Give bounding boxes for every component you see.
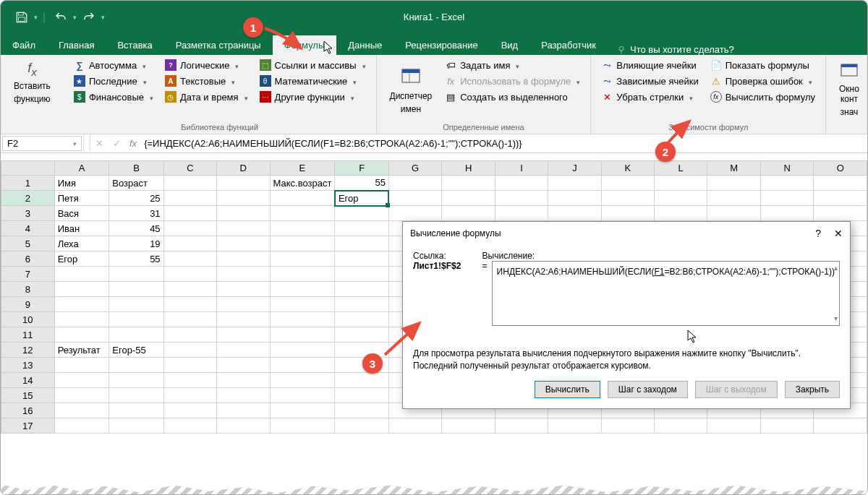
cell-F17[interactable] — [335, 418, 389, 434]
name-manager-button[interactable]: Диспетчеримен — [384, 58, 438, 121]
cell-A1[interactable]: Имя — [54, 176, 109, 191]
cell-D16[interactable] — [217, 403, 270, 418]
error-check-button[interactable]: ⚠Проверка ошибок — [707, 74, 818, 88]
cell-E9[interactable] — [270, 297, 335, 312]
cell-E4[interactable] — [270, 221, 335, 236]
insert-function-button[interactable]: fx Вставить функцию — [8, 58, 56, 107]
tell-me-search[interactable]: Что вы хотите сделать? — [608, 44, 743, 55]
cell-A13[interactable] — [54, 358, 109, 373]
cell-B13[interactable] — [109, 358, 163, 373]
cell-C12[interactable] — [163, 343, 216, 358]
evaluate-button[interactable]: Вычислить — [535, 381, 600, 398]
cell-J1[interactable] — [548, 176, 601, 191]
cell-A7[interactable] — [54, 267, 109, 282]
cell-N2[interactable] — [760, 191, 813, 206]
cell-F16[interactable] — [335, 403, 389, 418]
cell-D11[interactable] — [217, 327, 270, 343]
cell-B9[interactable] — [109, 297, 163, 312]
cell-D15[interactable] — [217, 388, 270, 403]
cell-O17[interactable] — [814, 418, 867, 434]
cell-B5[interactable]: 19 — [109, 236, 163, 251]
tab-view[interactable]: Вид — [490, 35, 530, 55]
cell-C1[interactable] — [163, 176, 216, 191]
cell-G17[interactable] — [388, 418, 441, 434]
evaluation-box[interactable]: ИНДЕКС(A2:A6;НАИМЕНЬШИЙ(ЕСЛИ(F1=B2:B6;СТ… — [492, 261, 840, 326]
cell-A6[interactable]: Егор — [54, 251, 109, 267]
cell-E7[interactable] — [270, 267, 335, 282]
text-button[interactable]: AТекстовые — [162, 74, 251, 88]
cell-B14[interactable] — [109, 373, 163, 388]
cell-D8[interactable] — [217, 282, 270, 297]
cell-A2[interactable]: Петя — [54, 191, 109, 206]
datetime-button[interactable]: ◷Дата и время — [162, 90, 251, 104]
cell-C14[interactable] — [163, 373, 216, 388]
cell-B4[interactable]: 45 — [109, 221, 163, 236]
cell-C13[interactable] — [163, 358, 216, 373]
cell-A12[interactable]: Результат — [54, 343, 109, 358]
cell-G2[interactable] — [388, 191, 441, 206]
cell-M3[interactable] — [707, 206, 761, 221]
cell-B10[interactable] — [109, 312, 163, 327]
cell-C16[interactable] — [163, 403, 216, 418]
cell-K1[interactable] — [601, 176, 654, 191]
cell-E2[interactable] — [270, 191, 335, 206]
cell-L17[interactable] — [655, 418, 707, 434]
cell-A11[interactable] — [54, 327, 109, 343]
tab-developer[interactable]: Разработчик — [529, 35, 608, 55]
more-functions-button[interactable]: ⋯Другие функции — [257, 90, 369, 104]
fx-button[interactable]: fx — [125, 138, 141, 149]
cell-O2[interactable] — [814, 191, 867, 206]
tab-insert[interactable]: Вставка — [106, 35, 163, 55]
cell-B6[interactable]: 55 — [109, 251, 163, 267]
cell-F7[interactable] — [335, 267, 389, 282]
undo-icon[interactable] — [51, 7, 71, 27]
cell-C7[interactable] — [163, 267, 216, 282]
cell-I2[interactable] — [495, 191, 548, 206]
cell-K3[interactable] — [601, 206, 654, 221]
cell-C2[interactable] — [163, 191, 216, 206]
cell-J17[interactable] — [548, 418, 601, 434]
cell-E16[interactable] — [270, 403, 335, 418]
cell-C9[interactable] — [163, 297, 216, 312]
cell-I17[interactable] — [495, 418, 548, 434]
cell-M17[interactable] — [707, 418, 761, 434]
cell-F3[interactable] — [335, 206, 389, 221]
cell-C6[interactable] — [163, 251, 216, 267]
cell-D10[interactable] — [217, 312, 270, 327]
cell-L2[interactable] — [655, 191, 707, 206]
cell-G3[interactable] — [388, 206, 441, 221]
cell-G1[interactable] — [388, 176, 441, 191]
step-in-button[interactable]: Шаг с заходом — [608, 381, 688, 398]
redo-icon[interactable] — [79, 7, 99, 27]
cell-C10[interactable] — [163, 312, 216, 327]
cell-E3[interactable] — [270, 206, 335, 221]
cell-B12[interactable]: Егор-55 — [109, 343, 163, 358]
cell-E10[interactable] — [270, 312, 335, 327]
cell-C3[interactable] — [163, 206, 216, 221]
cell-D1[interactable] — [217, 176, 270, 191]
cell-F8[interactable] — [335, 282, 389, 297]
scroll-down-icon[interactable]: ▾ — [834, 314, 838, 324]
scroll-up-icon[interactable]: ▴ — [834, 263, 838, 273]
cell-E11[interactable] — [270, 327, 335, 343]
help-icon[interactable]: ? — [815, 228, 821, 239]
cell-F2[interactable]: Егор — [335, 191, 389, 206]
cell-A9[interactable] — [54, 297, 109, 312]
cell-D17[interactable] — [217, 418, 270, 434]
cell-E12[interactable] — [270, 343, 335, 358]
tab-data[interactable]: Данные — [336, 35, 393, 55]
math-button[interactable]: θМатематические — [257, 74, 369, 88]
create-from-selection-button[interactable]: ▤Создать из выделенного — [442, 90, 583, 104]
lookup-button[interactable]: ⬚Ссылки и массивы — [257, 58, 369, 72]
cell-B1[interactable]: Возраст — [109, 176, 163, 191]
cell-B3[interactable]: 31 — [109, 206, 163, 221]
cell-E5[interactable] — [270, 236, 335, 251]
cell-E15[interactable] — [270, 388, 335, 403]
cell-L1[interactable] — [655, 176, 707, 191]
show-formulas-button[interactable]: 📄Показать формулы — [707, 58, 818, 72]
cell-N1[interactable] — [760, 176, 813, 191]
cell-F6[interactable] — [335, 251, 389, 267]
cell-D13[interactable] — [217, 358, 270, 373]
cell-A5[interactable]: Леха — [54, 236, 109, 251]
cell-H3[interactable] — [442, 206, 495, 221]
